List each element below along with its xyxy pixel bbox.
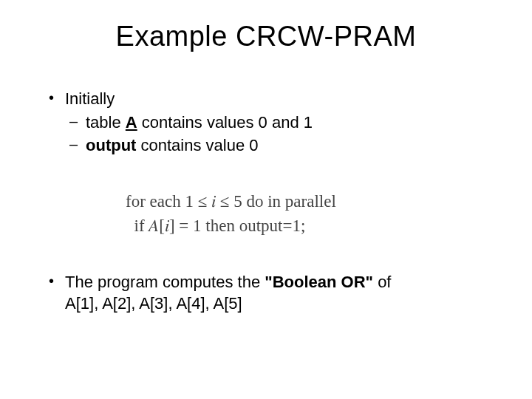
text: contains value 0 xyxy=(136,136,258,154)
math-line-1: for each 1 ≤ 𝑖 ≤ 5 do in parallel xyxy=(126,189,488,214)
text-bold-boolean-or: "Boolean OR" xyxy=(265,273,373,291)
text-bold-a: A xyxy=(126,113,137,132)
bullet-program: The program computes the "Boolean OR" of… xyxy=(44,271,488,315)
text: contains values 0 and 1 xyxy=(137,113,313,132)
sub-bullet-output: output contains value 0 xyxy=(65,134,488,157)
bullet-list-1: Initially table A contains values 0 and … xyxy=(44,88,488,157)
bullet-label: Initially xyxy=(65,89,115,108)
slide: Example CRCW-PRAM Initially table A cont… xyxy=(0,0,532,399)
text: of xyxy=(373,273,391,291)
bullet-line-2: A[1], A[2], A[3], A[4], A[5] xyxy=(65,293,488,315)
text: The program computes the xyxy=(65,273,265,291)
math-line-2: if 𝐴[𝑖] = 1 then output=1; xyxy=(126,214,488,238)
math-block: for each 1 ≤ 𝑖 ≤ 5 do in parallel if 𝐴[𝑖… xyxy=(126,189,488,239)
bullet-line-1: The program computes the "Boolean OR" of xyxy=(65,271,488,293)
slide-title: Example CRCW-PRAM xyxy=(44,21,488,52)
bullet-initially: Initially table A contains values 0 and … xyxy=(44,88,488,157)
text: table xyxy=(86,113,126,132)
bullet-list-2: The program computes the "Boolean OR" of… xyxy=(44,271,488,315)
text-bold-output: output xyxy=(86,136,136,154)
sub-bullet-table-a: table A contains values 0 and 1 xyxy=(65,112,488,134)
sub-list: table A contains values 0 and 1 output c… xyxy=(65,112,488,157)
